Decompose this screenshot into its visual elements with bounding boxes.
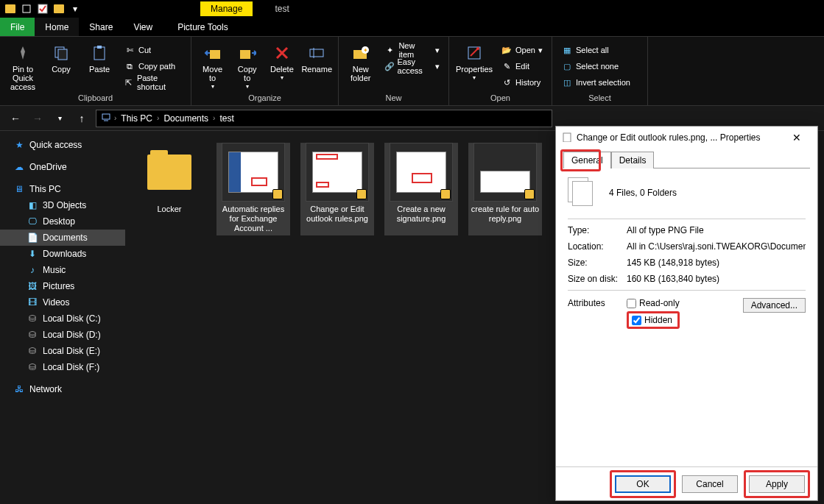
file-item-change-rules[interactable]: Change or Edit outlook rules.png [300,143,374,235]
sidebar-music[interactable]: ♪Music [0,262,125,278]
new-folder-button[interactable]: ✦ New folder [345,40,377,82]
open-icon: 📂 [501,44,513,56]
sidebar-disk-d[interactable]: ⛁Local Disk (D:) [0,327,125,343]
ribbon: Pin to Quick access Copy Paste ✄Cut ⧉Cop… [0,37,824,106]
chevron-right-icon[interactable]: › [114,114,116,122]
tab-file[interactable]: File [0,18,35,36]
apply-button[interactable]: Apply [749,475,805,493]
easy-access-button[interactable]: 🔗Easy access ▾ [381,59,443,74]
crumb-documents[interactable]: Documents [162,113,210,124]
copy-to-icon [237,43,258,63]
sidebar-disk-c[interactable]: ⛁Local Disk (C:) [0,310,125,327]
copy-path-button[interactable]: ⧉Copy path [121,59,185,74]
nav-up-button[interactable]: ↑ [74,110,90,127]
properties-button[interactable]: Properties▾ [455,40,493,82]
file-stack-icon [568,177,599,208]
copy-button[interactable]: Copy [44,40,78,74]
sidebar-3d-objects[interactable]: ◧3D Objects [0,197,125,213]
close-button[interactable]: ✕ [782,132,811,143]
properties-icon [464,43,485,63]
ok-button[interactable]: OK [615,475,671,493]
dialog-icon [562,132,572,144]
nav-back-button[interactable]: ← [7,110,24,127]
svg-rect-4 [94,47,105,60]
app-folder-icon [3,1,18,16]
copy-icon [51,43,71,63]
sidebar-pictures[interactable]: 🖼Pictures [0,278,125,294]
paste-shortcut-icon: ⇱ [124,77,134,88]
sidebar-quick-access[interactable]: ★Quick access [0,137,125,153]
select-all-button[interactable]: ▦Select all [558,43,633,57]
file-item-automatic-replies[interactable]: Automatic replies for Exchange Account .… [216,143,290,235]
sidebar-desktop[interactable]: 🖵Desktop [0,213,125,230]
rename-icon [306,43,327,63]
label-size-on-disk: Size on disk: [568,274,627,284]
chevron-right-icon[interactable]: › [157,114,159,122]
picture-icon: 🖼 [27,280,38,292]
paste-button[interactable]: Paste [82,40,116,74]
breadcrumb[interactable]: › This PC › Documents › test [96,110,552,127]
video-icon: 🎞 [27,297,38,308]
sidebar-disk-e[interactable]: ⛁Local Disk (E:) [0,343,125,359]
file-item-locker[interactable]: Locker [133,143,206,235]
qat-folder-icon[interactable] [52,1,66,16]
sidebar-downloads[interactable]: ⬇Downloads [0,246,125,262]
sidebar-this-pc[interactable]: 🖥This PC [0,181,125,197]
copy-path-icon: ⧉ [124,60,135,72]
rename-button[interactable]: Rename [301,40,332,74]
window-titlebar: ▾ Manage test [0,0,824,18]
delete-button[interactable]: Delete▾ [267,40,297,82]
select-none-icon: ▢ [561,60,573,72]
qat-check-icon[interactable] [35,1,50,16]
dialog-titlebar[interactable]: Change or Edit outlook rules.png, ... Pr… [556,127,817,149]
qat-save-icon[interactable] [19,1,34,16]
paste-shortcut-button[interactable]: ⇱Paste shortcut [121,75,185,90]
qat-overflow-icon[interactable]: ▾ [68,1,82,16]
edit-button[interactable]: ✎Edit [498,59,546,74]
paste-icon [89,43,110,63]
cancel-button[interactable]: Cancel [682,475,738,493]
cut-button[interactable]: ✄Cut [121,43,185,57]
pin-to-quick-access-button[interactable]: Pin to Quick access [6,40,40,91]
value-size-on-disk: 160 KB (163,840 bytes) [627,274,806,284]
lock-icon [356,189,367,199]
select-none-button[interactable]: ▢Select none [558,59,633,74]
lock-icon [524,189,535,199]
drive-icon: ⛁ [27,361,38,373]
contextual-tab-manage[interactable]: Manage [200,1,253,16]
file-item-create-rule[interactable]: create rule for auto reply.png [468,143,542,235]
group-label-organize: Organize [197,92,332,104]
pin-icon [13,43,33,63]
checkbox-readonly[interactable]: Read-only [627,298,680,308]
dialog-tab-general[interactable]: General [563,152,611,168]
new-item-button[interactable]: ✦New item ▾ [381,43,443,57]
chevron-right-icon[interactable]: › [213,114,215,122]
crumb-this-pc[interactable]: This PC [119,113,154,124]
nav-recent-button[interactable]: ▾ [52,110,68,127]
copy-to-button[interactable]: Copy to▾ [232,40,262,90]
tab-view[interactable]: View [123,18,163,36]
highlight-hidden-checkbox: Hidden [627,311,680,329]
checkbox-hidden[interactable]: Hidden [632,315,672,325]
dialog-tab-details[interactable]: Details [611,152,655,168]
label-attributes: Attributes [568,298,627,329]
value-type: All of type PNG File [627,225,806,235]
sidebar-network[interactable]: 🖧Network [0,381,125,397]
sidebar-documents[interactable]: 📄Documents [0,230,125,246]
open-button[interactable]: 📂Open ▾ [498,43,546,57]
sidebar-onedrive[interactable]: ☁OneDrive [0,159,125,175]
advanced-button[interactable]: Advanced... [743,298,806,313]
label-location: Location: [568,241,627,252]
new-item-icon: ✦ [384,44,396,56]
sidebar-videos[interactable]: 🎞Videos [0,294,125,310]
history-button[interactable]: ↺History [498,75,546,90]
tab-picture-tools[interactable]: Picture Tools [167,18,238,36]
sidebar-disk-f[interactable]: ⛁Local Disk (F:) [0,359,125,375]
move-to-button[interactable]: Move to▾ [197,40,228,90]
crumb-test[interactable]: test [218,113,235,124]
invert-selection-button[interactable]: ◫Invert selection [558,75,633,90]
tab-share[interactable]: Share [79,18,123,36]
file-item-create-signature[interactable]: Create a new signature.png [384,143,458,235]
tab-home[interactable]: Home [35,18,79,36]
nav-forward-button[interactable]: → [29,110,46,127]
